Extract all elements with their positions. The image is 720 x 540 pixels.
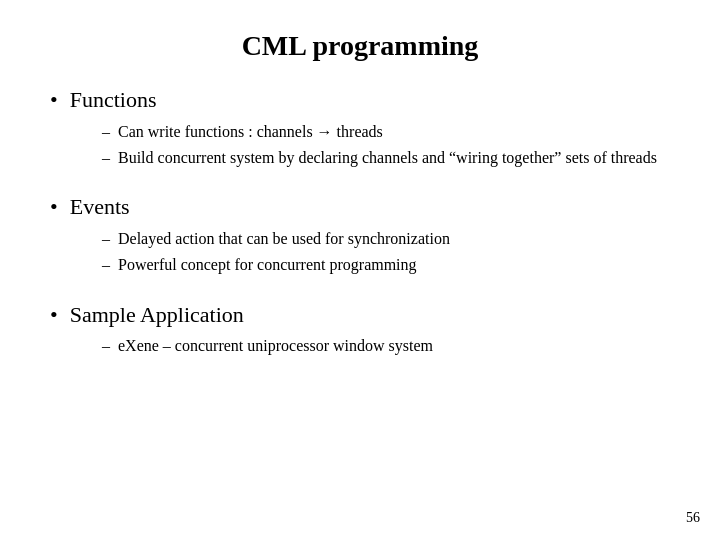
bullet-dot-functions: •	[50, 86, 58, 115]
bullet-dot-sample: •	[50, 301, 58, 330]
bullet-functions: • Functions	[50, 86, 670, 115]
sub-bullets-functions: – Can write functions : channels → threa…	[50, 121, 670, 170]
sub-text-func-1: Can write functions : channels → threads	[118, 121, 383, 143]
sub-bullet-func-2: – Build concurrent system by declaring c…	[102, 147, 670, 169]
sub-text-func-2: Build concurrent system by declaring cha…	[118, 147, 657, 169]
slide: CML programming • Functions – Can write …	[0, 0, 720, 540]
heading-events: Events	[70, 193, 130, 222]
sub-text-samp-1: eXene – concurrent uniprocessor window s…	[118, 335, 433, 357]
sub-bullet-evt-1: – Delayed action that can be used for sy…	[102, 228, 670, 250]
section-functions: • Functions – Can write functions : chan…	[50, 86, 670, 169]
page-number: 56	[686, 510, 700, 526]
sub-bullet-func-1: – Can write functions : channels → threa…	[102, 121, 670, 143]
heading-functions: Functions	[70, 86, 157, 115]
bullet-dot-events: •	[50, 193, 58, 222]
dash-samp-1: –	[102, 335, 110, 357]
sub-text-evt-2: Powerful concept for concurrent programm…	[118, 254, 417, 276]
sub-bullet-samp-1: – eXene – concurrent uniprocessor window…	[102, 335, 670, 357]
dash-func-2: –	[102, 147, 110, 169]
dash-evt-2: –	[102, 254, 110, 276]
section-sample: • Sample Application – eXene – concurren…	[50, 301, 670, 358]
sub-bullets-events: – Delayed action that can be used for sy…	[50, 228, 670, 277]
heading-sample: Sample Application	[70, 301, 244, 330]
section-events: • Events – Delayed action that can be us…	[50, 193, 670, 276]
slide-content: • Functions – Can write functions : chan…	[50, 86, 670, 510]
sub-text-evt-1: Delayed action that can be used for sync…	[118, 228, 450, 250]
dash-evt-1: –	[102, 228, 110, 250]
slide-title: CML programming	[50, 30, 670, 62]
bullet-events: • Events	[50, 193, 670, 222]
bullet-sample: • Sample Application	[50, 301, 670, 330]
sub-bullets-sample: – eXene – concurrent uniprocessor window…	[50, 335, 670, 357]
sub-bullet-evt-2: – Powerful concept for concurrent progra…	[102, 254, 670, 276]
dash-func-1: –	[102, 121, 110, 143]
